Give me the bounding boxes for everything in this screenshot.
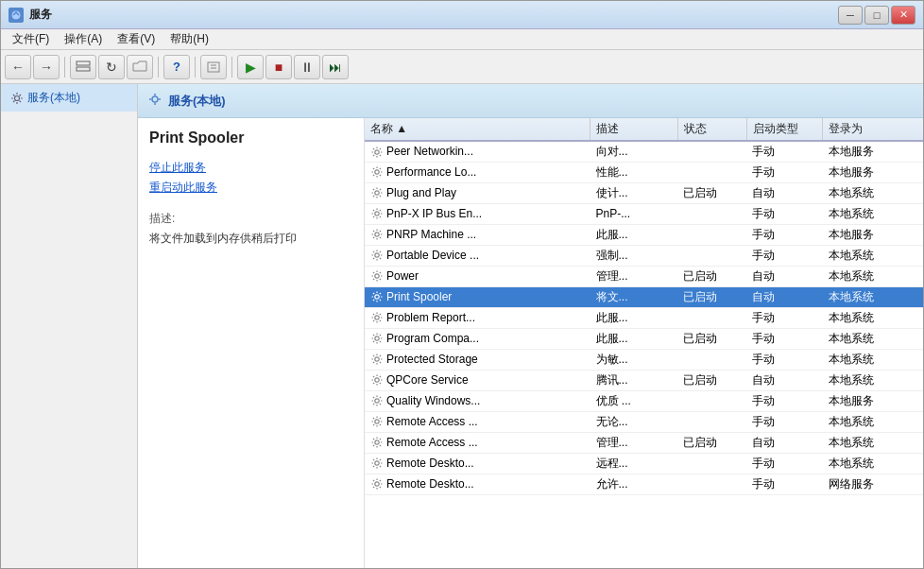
menu-view[interactable]: 查看(V)	[110, 29, 163, 49]
refresh-button[interactable]: ↻	[98, 55, 125, 79]
service-startup: 自动	[746, 266, 823, 286]
table-row[interactable]: Quality Windows...优质 ...手动本地服务	[365, 390, 923, 411]
stop-button[interactable]: ■	[265, 55, 292, 79]
table-row[interactable]: Portable Device ...强制...手动本地系统	[365, 245, 923, 266]
col-header-login[interactable]: 登录为	[823, 118, 923, 141]
service-desc: 腾讯...	[590, 370, 678, 390]
service-status	[677, 349, 746, 370]
service-name: Plug and Play	[386, 186, 456, 199]
table-row[interactable]: Power管理...已启动自动本地系统	[365, 266, 923, 286]
restart-button[interactable]: ⏭	[322, 55, 349, 79]
right-header-icon	[147, 92, 163, 110]
table-row[interactable]: Remote Access ...无论...手动本地系统	[365, 411, 923, 432]
service-name: Power	[386, 269, 419, 283]
service-desc: 此服...	[590, 224, 678, 245]
service-status	[677, 203, 746, 224]
service-status	[677, 390, 746, 411]
menu-action[interactable]: 操作(A)	[57, 29, 110, 49]
service-name: PnP-X IP Bus En...	[386, 207, 482, 220]
service-name: Problem Report...	[386, 311, 475, 324]
table-row[interactable]: Remote Access ...管理...已启动自动本地系统	[365, 432, 923, 453]
table-row[interactable]: QPCore Service腾讯...已启动自动本地系统	[365, 370, 923, 390]
service-login: 本地系统	[823, 307, 923, 328]
main-window: 服务 ─ □ ✕ 文件(F) 操作(A) 查看(V) 帮助(H) ← → ↻	[0, 0, 924, 569]
service-login: 本地系统	[823, 432, 923, 453]
service-name: Print Spooler	[386, 290, 452, 303]
help-button[interactable]: ?	[163, 55, 190, 79]
service-desc: 管理...	[590, 266, 678, 286]
service-status: 已启动	[677, 266, 746, 286]
service-login: 本地服务	[823, 224, 923, 245]
service-status: 已启动	[677, 432, 746, 453]
service-login: 本地系统	[823, 203, 923, 224]
service-status	[677, 474, 746, 494]
folder-button[interactable]	[127, 55, 153, 79]
service-startup: 手动	[746, 390, 823, 411]
table-row[interactable]: Peer Networkin...向对...手动本地服务	[365, 141, 923, 162]
table-row[interactable]: Performance Lo...性能...手动本地服务	[365, 162, 923, 182]
desc-text: 将文件加载到内存供稍后打印	[149, 231, 352, 247]
col-header-status[interactable]: 状态	[677, 118, 746, 141]
table-scroll[interactable]: 名称 ▲ 描述 状态 启动类型 登录为 Peer Networkin...向对.…	[365, 118, 923, 568]
sidebar-services-label: 服务(本地)	[27, 90, 80, 106]
service-name: Program Compa...	[386, 332, 479, 345]
table-row[interactable]: Remote Deskto...允许...手动网络服务	[365, 474, 923, 494]
table-row[interactable]: Print Spooler将文...已启动自动本地系统	[365, 286, 923, 307]
minimize-button[interactable]: ─	[838, 6, 863, 25]
restart-service-link[interactable]: 重启动此服务	[149, 180, 352, 196]
title-buttons: ─ □ ✕	[838, 6, 915, 25]
svg-point-21	[375, 420, 379, 423]
table-row[interactable]: Remote Deskto...远程...手动本地系统	[365, 453, 923, 474]
export-button[interactable]	[200, 55, 227, 79]
table-row[interactable]: Problem Report...此服...手动本地系统	[365, 307, 923, 328]
table-row[interactable]: Protected Storage为敏...手动本地系统	[365, 349, 923, 370]
svg-point-19	[375, 378, 379, 382]
service-status: 已启动	[677, 286, 746, 307]
view-button[interactable]	[70, 55, 96, 79]
table-row[interactable]: Program Compa...此服...已启动手动本地系统	[365, 328, 923, 349]
back-button[interactable]: ←	[5, 55, 31, 79]
service-desc: 远程...	[590, 453, 678, 474]
window-title: 服务	[29, 7, 838, 23]
service-login: 本地系统	[823, 286, 923, 307]
services-table: 名称 ▲ 描述 状态 启动类型 登录为 Peer Networkin...向对.…	[365, 118, 923, 495]
main-content: 服务(本地) 服务(本地) Print Spooler 停	[1, 84, 923, 568]
right-panel-header: 服务(本地)	[138, 84, 923, 118]
menu-file[interactable]: 文件(F)	[5, 29, 57, 49]
maximize-button[interactable]: □	[864, 6, 889, 25]
svg-point-16	[375, 316, 379, 319]
svg-point-12	[375, 233, 379, 236]
stop-service-link[interactable]: 停止此服务	[149, 160, 352, 176]
table-row[interactable]: Plug and Play使计...已启动自动本地系统	[365, 182, 923, 203]
svg-point-8	[375, 149, 379, 153]
sidebar-item-services[interactable]: 服务(本地)	[1, 84, 137, 112]
service-status	[677, 411, 746, 432]
service-name: Remote Access ...	[386, 436, 478, 449]
services-table-area: 名称 ▲ 描述 状态 启动类型 登录为 Peer Networkin...向对.…	[365, 118, 923, 568]
col-header-startup[interactable]: 启动类型	[746, 118, 823, 141]
toolbar-sep-1	[64, 57, 65, 78]
service-startup: 手动	[746, 245, 823, 266]
service-login: 网络服务	[823, 474, 923, 494]
service-status: 已启动	[677, 370, 746, 390]
table-row[interactable]: PNRP Machine ...此服...手动本地服务	[365, 224, 923, 245]
svg-point-13	[375, 253, 379, 257]
play-button[interactable]: ▶	[237, 55, 264, 79]
svg-point-10	[375, 191, 379, 195]
service-name: Remote Deskto...	[386, 477, 474, 491]
forward-button[interactable]: →	[33, 55, 60, 79]
service-desc: 为敏...	[590, 349, 678, 370]
service-startup: 手动	[746, 349, 823, 370]
service-name: QPCore Service	[386, 373, 469, 387]
col-header-name[interactable]: 名称 ▲	[365, 118, 590, 141]
pause-button[interactable]: ⏸	[294, 55, 320, 79]
title-bar: 服务 ─ □ ✕	[1, 1, 923, 29]
menu-help[interactable]: 帮助(H)	[163, 29, 216, 49]
service-desc: 使计...	[590, 182, 678, 203]
col-header-desc[interactable]: 描述	[590, 118, 678, 141]
service-login: 本地系统	[823, 370, 923, 390]
table-row[interactable]: PnP-X IP Bus En...PnP-...手动本地系统	[365, 203, 923, 224]
toolbar: ← → ↻ ? ▶ ■ ⏸ ⏭	[1, 50, 923, 84]
close-button[interactable]: ✕	[891, 6, 915, 25]
left-panel: 服务(本地)	[1, 84, 138, 568]
